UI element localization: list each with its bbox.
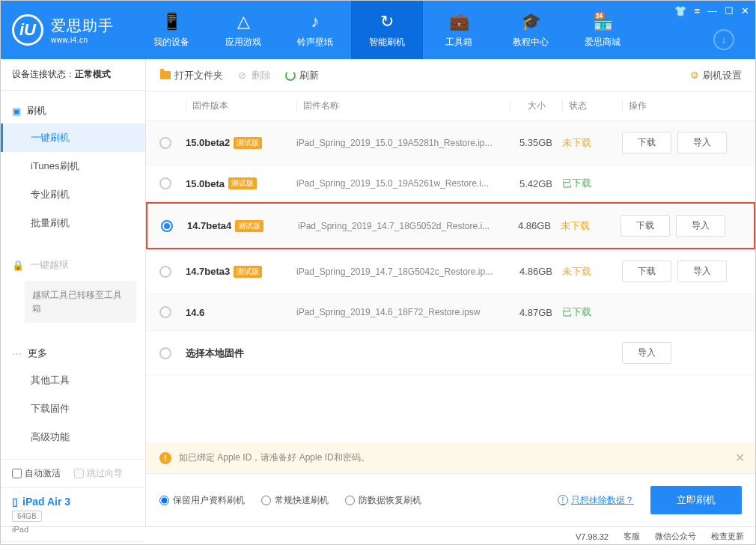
gear-icon: ⚙	[690, 70, 699, 81]
download-button[interactable]: 下载	[621, 215, 670, 237]
sidebar-item-batch[interactable]: 批量刷机	[1, 209, 145, 237]
check-update-link[interactable]: 检查更新	[711, 531, 744, 542]
col-size: 大小	[510, 100, 562, 112]
table-row[interactable]: 选择本地固件 导入	[146, 331, 755, 376]
delete-icon: ⊘	[237, 70, 248, 81]
refresh-icon	[284, 70, 296, 81]
nav-icon: 🎓	[521, 12, 541, 31]
maximize-icon[interactable]: ☐	[725, 5, 734, 16]
nav-label: 教程中心	[513, 36, 549, 49]
lock-icon: 🔒	[12, 260, 24, 271]
row-radio[interactable]	[159, 347, 171, 359]
keep-data-radio[interactable]: 保留用户资料刷机	[159, 494, 245, 507]
sidebar-item-advanced[interactable]: 高级功能	[1, 423, 145, 451]
warning-close-icon[interactable]: ✕	[735, 451, 745, 465]
refresh-button[interactable]: 刷新	[284, 69, 319, 82]
col-status: 状态	[562, 100, 622, 112]
nav-tab-4[interactable]: 💼工具箱	[423, 1, 495, 59]
nav-label: 工具箱	[445, 36, 472, 49]
nav-icon: 💼	[449, 12, 469, 31]
device-info: ▯iPad Air 3 64GB iPad	[1, 487, 145, 541]
delete-button: ⊘ 删除	[237, 69, 271, 82]
main-panel: 打开文件夹 ⊘ 删除 刷新 ⚙ 刷机设置 固件版本 固件名称 大小 状态 操作	[146, 59, 755, 526]
logo-area: iU 爱思助手 www.i4.cn	[12, 14, 135, 46]
jailbreak-note: 越狱工具已转移至工具箱	[25, 281, 136, 323]
nav-icon: 📱	[162, 12, 182, 31]
table-row[interactable]: 14.6 iPad_Spring_2019_14.6_18F72_Restore…	[146, 294, 755, 331]
row-status: 未下载	[562, 136, 622, 150]
beta-tag: 测试版	[235, 220, 263, 232]
action-bar: 保留用户资料刷机 常规快速刷机 防数据恢复刷机 !只想抹除数据？ 立即刷机	[146, 473, 755, 526]
sidebar-item-itunes[interactable]: iTunes刷机	[1, 152, 145, 180]
block-itunes-checkbox[interactable]: 阻止iTunes运行	[1, 541, 145, 545]
shirt-icon[interactable]: 👕	[674, 5, 686, 16]
sidebar-item-othertools[interactable]: 其他工具	[1, 366, 145, 395]
header: iU 爱思助手 www.i4.cn 📱我的设备△应用游戏♪铃声壁纸↻智能刷机💼工…	[1, 1, 755, 59]
sidebar-section-more[interactable]: ⋯ 更多	[1, 341, 145, 366]
nav-label: 智能刷机	[369, 36, 405, 49]
row-radio[interactable]	[161, 220, 173, 232]
sidebar-item-pro[interactable]: 专业刷机	[1, 180, 145, 209]
nav-tab-2[interactable]: ♪铃声壁纸	[279, 1, 351, 59]
storage-badge: 64GB	[12, 511, 42, 522]
row-radio[interactable]	[159, 266, 171, 278]
row-size: 5.35GB	[510, 137, 562, 148]
import-button[interactable]: 导入	[622, 342, 671, 364]
nav-icon: 🏪	[593, 12, 613, 31]
erase-link[interactable]: !只想抹除数据？	[558, 494, 634, 507]
table-body: 15.0beta2测试版 iPad_Spring_2019_15.0_19A52…	[146, 121, 755, 442]
beta-tag: 测试版	[234, 137, 262, 149]
quick-radio[interactable]: 常规快速刷机	[261, 494, 329, 507]
row-size: 4.87GB	[510, 307, 562, 318]
import-button[interactable]: 导入	[676, 215, 725, 237]
row-radio[interactable]	[159, 306, 171, 318]
row-actions: 下载导入	[621, 215, 740, 237]
nav-icon: △	[237, 12, 250, 31]
row-radio[interactable]	[159, 177, 171, 189]
warning-text: 如已绑定 Apple ID，请准备好 Apple ID和密码。	[179, 451, 370, 464]
nav-tab-3[interactable]: ↻智能刷机	[351, 1, 423, 59]
import-button[interactable]: 导入	[677, 261, 727, 282]
open-folder-button[interactable]: 打开文件夹	[159, 69, 223, 82]
table-row[interactable]: 14.7beta3测试版 iPad_Spring_2019_14.7_18G50…	[146, 249, 755, 294]
sidebar-section-flash[interactable]: ▣ 刷机	[1, 98, 145, 124]
menu-icon[interactable]: ≡	[694, 5, 700, 16]
download-button[interactable]: 下载	[622, 261, 671, 282]
minimize-icon[interactable]: —	[707, 5, 717, 16]
info-icon: !	[558, 495, 568, 505]
nav-tab-6[interactable]: 🏪爱思商城	[567, 1, 638, 59]
row-version: 14.7beta3测试版	[186, 266, 296, 278]
row-radio[interactable]	[159, 137, 171, 149]
wechat-link[interactable]: 微信公众号	[655, 531, 696, 542]
flash-settings-button[interactable]: ⚙ 刷机设置	[690, 69, 742, 82]
row-actions: 下载导入	[622, 132, 742, 153]
nav-tab-5[interactable]: 🎓教程中心	[495, 1, 567, 59]
close-icon[interactable]: ✕	[741, 5, 749, 16]
anti-recovery-radio[interactable]: 防数据恢复刷机	[345, 494, 421, 507]
sidebar-item-oneclick[interactable]: 一键刷机	[1, 124, 145, 152]
kefu-link[interactable]: 客服	[624, 531, 640, 542]
window-controls: 👕 ≡ — ☐ ✕	[674, 5, 749, 16]
row-filename: iPad_Spring_2019_14.7_18G5052d_Restore.i…	[298, 221, 508, 231]
flash-icon: ▣	[12, 106, 21, 117]
row-version: 14.6	[186, 307, 296, 318]
device-status: 设备连接状态：正常模式	[1, 59, 145, 91]
flash-now-button[interactable]: 立即刷机	[650, 486, 742, 514]
download-button[interactable]: 下载	[622, 132, 671, 153]
more-icon: ⋯	[12, 348, 22, 359]
row-status: 未下载	[562, 265, 622, 278]
row-version: 14.7beta4测试版	[187, 220, 298, 232]
nav-tab-0[interactable]: 📱我的设备	[135, 1, 207, 59]
import-button[interactable]: 导入	[677, 132, 727, 153]
table-row[interactable]: 15.0beta测试版 iPad_Spring_2019_15.0_19A526…	[146, 165, 755, 202]
nav-label: 应用游戏	[225, 36, 261, 49]
table-row[interactable]: 14.7beta4测试版 iPad_Spring_2019_14.7_18G50…	[146, 202, 755, 249]
nav-tab-1[interactable]: △应用游戏	[207, 1, 279, 59]
sidebar-item-download-fw[interactable]: 下载固件	[1, 395, 145, 423]
row-filename: iPad_Spring_2019_14.6_18F72_Restore.ipsw	[296, 307, 510, 317]
download-icon[interactable]: ↓	[713, 29, 734, 50]
auto-activate-checkbox[interactable]: 自动激活	[12, 467, 61, 480]
row-actions: 导入	[622, 342, 742, 364]
nav-label: 我的设备	[153, 36, 189, 49]
table-row[interactable]: 15.0beta2测试版 iPad_Spring_2019_15.0_19A52…	[146, 121, 755, 165]
